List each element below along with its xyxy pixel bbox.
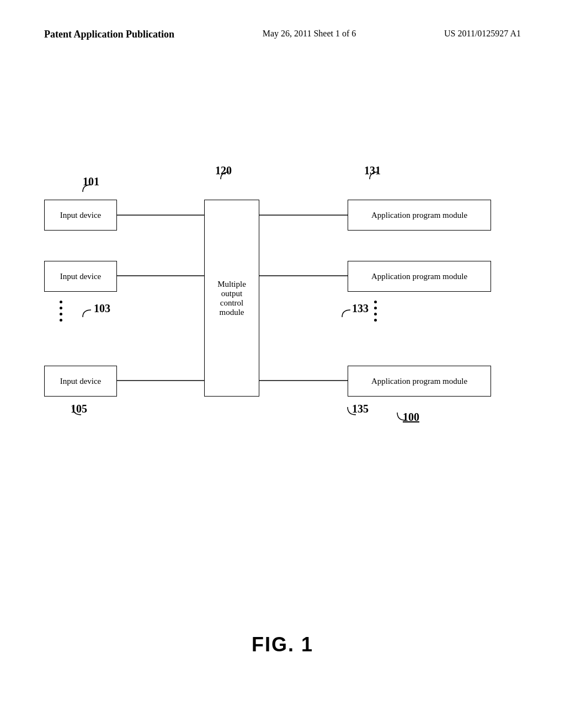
figure-label: FIG. 1 [252, 633, 313, 656]
ref-133: 133 [352, 302, 369, 315]
ref-131: 131 [364, 164, 381, 177]
right-dots [374, 301, 377, 322]
input-device-box-3: Input device [44, 366, 117, 397]
ref-135: 135 [352, 403, 369, 415]
ref-101: 101 [83, 175, 99, 188]
app-module-box-2: Application program module [348, 261, 491, 292]
ref-105: 105 [71, 403, 87, 415]
left-dots [60, 301, 62, 322]
control-module-box: Multiple output control module [204, 200, 259, 397]
app-module-box-1: Application program module [348, 200, 491, 231]
input-device-box-1: Input device [44, 200, 117, 231]
ref-100: 100 [403, 411, 419, 424]
ref-103: 103 [94, 302, 110, 315]
diagram-area: 101 120 131 Input device Input device In… [28, 160, 535, 469]
input-device-box-2: Input device [44, 261, 117, 292]
ref-120: 120 [215, 164, 232, 177]
publication-label: Patent Application Publication [44, 28, 174, 41]
patent-number: US 2011/0125927 A1 [444, 28, 521, 40]
app-module-box-3: Application program module [348, 366, 491, 397]
sheet-info: May 26, 2011 Sheet 1 of 6 [263, 28, 356, 40]
